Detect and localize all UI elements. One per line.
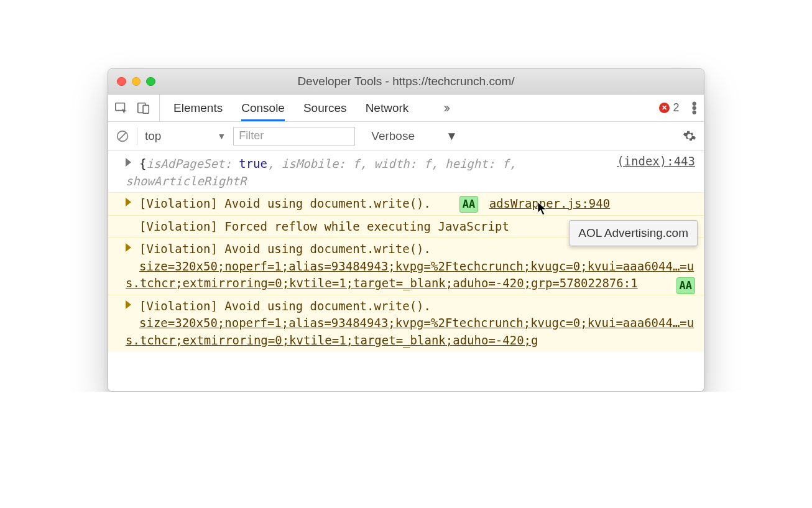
toolbar-divider: [137, 127, 137, 145]
filter-input[interactable]: [233, 127, 355, 145]
product-badge[interactable]: AA: [459, 196, 478, 213]
disclosure-triangle-icon[interactable]: [126, 300, 131, 309]
error-count-number: 2: [673, 101, 680, 114]
svg-line-4: [119, 132, 126, 139]
traffic-lights: [108, 77, 155, 86]
tab-network[interactable]: Network: [366, 95, 409, 121]
product-badge[interactable]: AA: [676, 277, 695, 294]
main-tabs: Elements Console Sources Network ›› 2 ••…: [108, 95, 704, 122]
kebab-menu-icon[interactable]: •••: [692, 101, 698, 115]
console-output: (index):443 {isAdPageSet: true, isMobile…: [108, 150, 704, 391]
console-message: [Violation] Avoid using document.write()…: [139, 242, 431, 256]
console-toolbar: top ▼ Verbose ▼: [108, 122, 704, 150]
tab-elements[interactable]: Elements: [173, 95, 223, 121]
window-title: Developer Tools - https://techcrunch.com…: [108, 75, 704, 88]
log-level-select[interactable]: Verbose ▼: [371, 129, 458, 143]
inspect-element-icon[interactable]: [114, 101, 128, 115]
disclosure-triangle-icon[interactable]: [126, 198, 131, 206]
console-url[interactable]: size=320x50;noperf=1;alias=93484943;kvpg…: [126, 259, 694, 290]
badge-tooltip: AOL Advertising.com: [569, 220, 698, 246]
svg-rect-2: [143, 105, 149, 113]
console-message: [Violation] Avoid using document.write()…: [139, 299, 431, 313]
disclosure-triangle-icon[interactable]: [126, 158, 131, 167]
minimize-window-button[interactable]: [132, 77, 141, 86]
svg-rect-0: [116, 103, 125, 110]
disclosure-triangle-icon[interactable]: [126, 243, 131, 252]
source-link[interactable]: adsWrapper.js:940: [489, 196, 610, 210]
gear-icon[interactable]: [683, 129, 696, 143]
zoom-window-button[interactable]: [146, 77, 155, 86]
console-message: [Violation] Forced reflow while executin…: [139, 219, 509, 233]
console-row: [Violation] Avoid using document.write()…: [108, 295, 704, 352]
console-row: [Violation] Avoid using document.write()…: [108, 193, 704, 216]
console-row: [Violation] Avoid using document.write()…: [108, 238, 704, 295]
device-toolbar-icon[interactable]: [137, 101, 150, 115]
context-label: top: [145, 129, 161, 143]
execution-context-select[interactable]: top ▼: [145, 129, 226, 143]
console-object[interactable]: {isAdPageSet: true, isMobile: f, width: …: [126, 157, 516, 188]
chevron-down-icon: ▼: [217, 131, 226, 141]
tab-list: Elements Console Sources Network ››: [160, 95, 448, 121]
error-icon: [659, 103, 670, 113]
error-count[interactable]: 2: [659, 101, 683, 114]
titlebar: Developer Tools - https://techcrunch.com…: [108, 69, 704, 95]
console-message: [Violation] Avoid using document.write()…: [139, 196, 431, 210]
tab-console[interactable]: Console: [241, 95, 285, 121]
console-url[interactable]: size=320x50;noperf=1;alias=93484943;kvpg…: [126, 316, 694, 347]
devtools-window: Developer Tools - https://techcrunch.com…: [108, 68, 704, 392]
tab-sources[interactable]: Sources: [303, 95, 347, 121]
level-label: Verbose: [371, 129, 415, 143]
clear-console-icon[interactable]: [116, 129, 129, 143]
console-row: {isAdPageSet: true, isMobile: f, width: …: [108, 153, 704, 193]
chevron-down-icon: ▼: [446, 129, 458, 143]
toolbar-left-group: [114, 95, 160, 121]
close-window-button[interactable]: [117, 77, 126, 86]
more-tabs-icon[interactable]: ››: [443, 100, 448, 116]
